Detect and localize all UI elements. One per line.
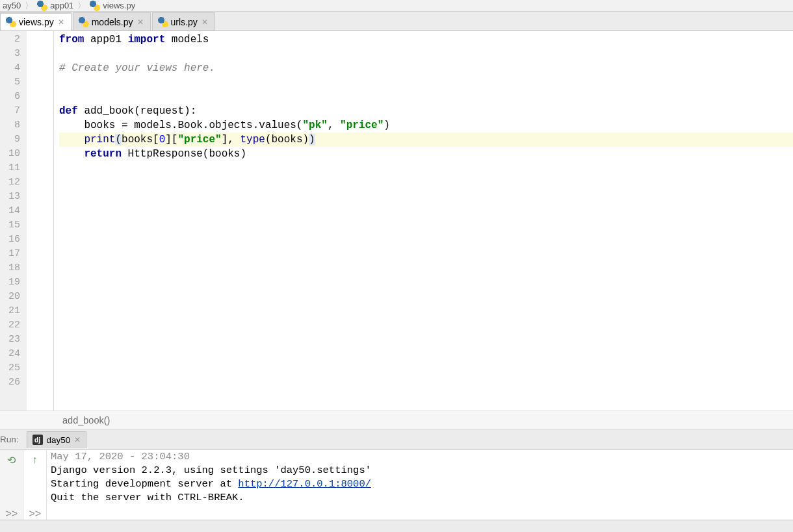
code-line[interactable]: [59, 361, 793, 375]
breadcrumb-item[interactable]: views.py: [87, 1, 138, 11]
breadcrumb-bar: ay50 〉 app01 〉 views.py: [0, 0, 793, 12]
scroll-up-icon[interactable]: ↑: [29, 454, 41, 466]
python-file-icon: [79, 17, 89, 27]
code-line[interactable]: [59, 75, 793, 90]
close-icon[interactable]: ✕: [74, 435, 81, 444]
code-line[interactable]: [59, 247, 793, 261]
code-line[interactable]: [59, 333, 793, 347]
code-line[interactable]: [59, 375, 793, 390]
console-line: Quit the server with CTRL-BREAK.: [51, 491, 789, 505]
more-icon[interactable]: >>: [6, 508, 18, 520]
line-number[interactable]: 2: [0, 32, 27, 47]
code-line[interactable]: print(books[0]["price"], type(books)): [59, 133, 793, 147]
line-number[interactable]: 9: [0, 133, 27, 147]
run-panel: ⟲ >> ↑ >> May 17, 2020 - 23:04:30Django …: [0, 450, 793, 520]
line-gutter[interactable]: 2345678910111213141516171819202122232425…: [0, 31, 27, 411]
code-line[interactable]: [59, 175, 793, 190]
console-output[interactable]: May 17, 2020 - 23:04:30Django version 2.…: [47, 450, 793, 520]
breadcrumb-sep: 〉: [23, 0, 34, 12]
code-crumb: add_book(): [62, 415, 110, 425]
code-line[interactable]: [59, 304, 793, 318]
breadcrumb-label: views.py: [103, 1, 135, 10]
python-file-icon: [90, 1, 100, 11]
code-line[interactable]: [59, 90, 793, 104]
line-number[interactable]: 11: [0, 161, 27, 175]
line-number[interactable]: 17: [0, 247, 27, 261]
run-label: Run:: [0, 435, 24, 444]
code-line[interactable]: [59, 275, 793, 290]
tab-urls[interactable]: urls.py ✕: [152, 12, 215, 31]
code-line[interactable]: def add_book(request):: [59, 104, 793, 118]
tab-label: models.py: [92, 17, 133, 27]
run-tab[interactable]: dj day50 ✕: [27, 431, 87, 448]
code-line[interactable]: [59, 347, 793, 361]
tab-label: views.py: [19, 17, 54, 27]
tab-views[interactable]: views.py ✕: [0, 12, 72, 31]
run-panel-header: Run: dj day50 ✕: [0, 430, 793, 450]
console-line: Starting development server at http://12…: [51, 477, 789, 491]
rerun-icon[interactable]: ⟲: [6, 454, 18, 466]
code-line[interactable]: books = models.Book.objects.values("pk",…: [59, 118, 793, 133]
python-file-icon: [6, 17, 16, 27]
breadcrumb-label: app01: [50, 1, 73, 10]
code-line[interactable]: [59, 161, 793, 175]
line-number[interactable]: 6: [0, 90, 27, 104]
breadcrumb-label: ay50: [3, 1, 21, 10]
run-tab-label: day50: [47, 435, 71, 445]
django-icon: dj: [32, 435, 43, 445]
console-line: May 17, 2020 - 23:04:30: [51, 450, 789, 464]
line-number[interactable]: 3: [0, 47, 27, 61]
line-number[interactable]: 18: [0, 261, 27, 275]
code-line[interactable]: return HttpResponse(books): [59, 147, 793, 161]
line-number[interactable]: 12: [0, 175, 27, 190]
code-area[interactable]: from app01 import models# Create your vi…: [54, 31, 793, 411]
line-number[interactable]: 5: [0, 75, 27, 90]
code-line[interactable]: [59, 47, 793, 61]
more-icon[interactable]: >>: [29, 508, 41, 520]
line-number[interactable]: 13: [0, 190, 27, 204]
breadcrumb-item[interactable]: ay50: [0, 1, 23, 10]
line-number[interactable]: 8: [0, 118, 27, 133]
line-number[interactable]: 10: [0, 147, 27, 161]
line-number[interactable]: 26: [0, 375, 27, 390]
line-number[interactable]: 7: [0, 104, 27, 118]
line-number[interactable]: 25: [0, 361, 27, 375]
line-number[interactable]: 20: [0, 290, 27, 304]
code-line[interactable]: [59, 318, 793, 333]
run-toolbar-left: ⟲ >>: [0, 450, 23, 520]
console-link[interactable]: http://127.0.0.1:8000/: [238, 478, 371, 490]
close-icon[interactable]: ✕: [200, 18, 209, 27]
line-number[interactable]: 21: [0, 304, 27, 318]
tab-label: urls.py: [171, 17, 198, 27]
editor: 2345678910111213141516171819202122232425…: [0, 31, 793, 411]
code-crumb-bar[interactable]: add_book(): [0, 411, 793, 430]
line-number[interactable]: 22: [0, 318, 27, 333]
code-line[interactable]: [59, 261, 793, 275]
code-line[interactable]: [59, 190, 793, 204]
code-line[interactable]: from app01 import models: [59, 32, 793, 47]
line-number[interactable]: 4: [0, 61, 27, 75]
code-line[interactable]: [59, 204, 793, 218]
code-line[interactable]: [59, 290, 793, 304]
fold-bar[interactable]: [27, 31, 54, 411]
breadcrumb-sep: 〉: [76, 0, 87, 12]
line-number[interactable]: 24: [0, 347, 27, 361]
folder-icon: [37, 1, 47, 11]
line-number[interactable]: 15: [0, 218, 27, 233]
breadcrumb-item[interactable]: app01: [34, 1, 76, 11]
close-icon[interactable]: ✕: [57, 18, 66, 27]
editor-tabbar: views.py ✕ models.py ✕ urls.py ✕: [0, 12, 793, 31]
code-line[interactable]: [59, 218, 793, 233]
python-file-icon: [158, 17, 168, 27]
line-number[interactable]: 16: [0, 233, 27, 247]
run-toolbar-inner: ↑ >>: [23, 450, 47, 520]
code-line[interactable]: [59, 233, 793, 247]
console-line: Django version 2.2.3, using settings 'da…: [51, 464, 789, 477]
close-icon[interactable]: ✕: [136, 18, 145, 27]
line-number[interactable]: 19: [0, 275, 27, 290]
line-number[interactable]: 23: [0, 333, 27, 347]
line-number[interactable]: 14: [0, 204, 27, 218]
tab-models[interactable]: models.py ✕: [73, 12, 151, 31]
status-strip: [0, 520, 793, 532]
code-line[interactable]: # Create your views here.: [59, 61, 793, 75]
